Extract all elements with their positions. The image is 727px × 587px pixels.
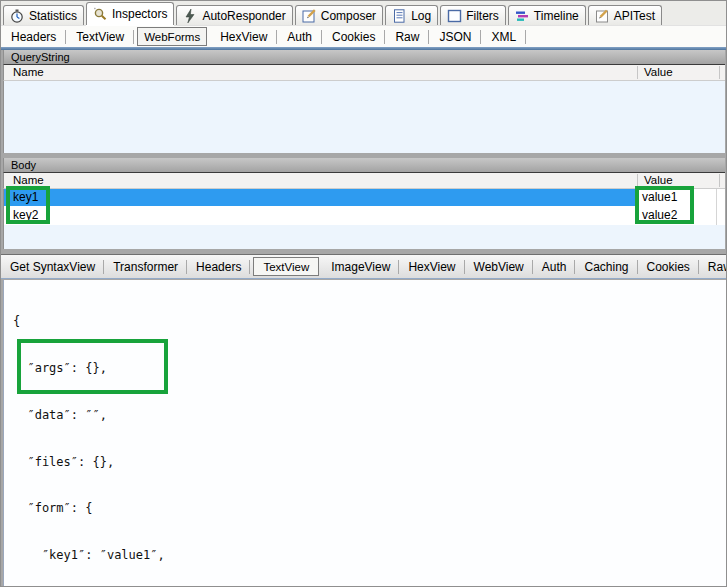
row-name-cell[interactable]: key1	[4, 189, 637, 206]
tab-label: Raw	[395, 30, 419, 44]
tab-label: Headers	[11, 30, 56, 44]
tab-label: Inspectors	[112, 7, 167, 21]
filter-checkbox-icon	[447, 9, 462, 23]
column-divider[interactable]	[637, 174, 638, 187]
response-tab-imageview[interactable]: ImageView	[322, 257, 399, 277]
response-tab-raw[interactable]: Raw	[699, 257, 727, 277]
response-tab-auth[interactable]: Auth	[533, 257, 576, 277]
log-document-icon	[392, 9, 407, 23]
body-list-empty[interactable]	[3, 225, 725, 249]
column-divider[interactable]	[719, 174, 720, 187]
json-line: ″form″: {	[13, 501, 727, 517]
request-tab-cookies[interactable]: Cookies	[322, 27, 385, 47]
value-column-gridline	[716, 189, 717, 225]
request-tab-textview[interactable]: TextView	[66, 27, 134, 47]
tab-label: Timeline	[534, 9, 579, 23]
timeline-bars-icon	[515, 9, 530, 23]
tab-label: TextView	[76, 30, 124, 44]
request-tab-auth[interactable]: Auth	[277, 27, 322, 47]
row-name-cell[interactable]: key2	[4, 207, 637, 224]
querystring-section-header: QueryString	[3, 50, 725, 65]
pencil-icon	[595, 9, 610, 23]
tab-label: Get SyntaxView	[10, 260, 95, 274]
response-inspector-tab-bar: Get SyntaxView Transformer Headers TextV…	[1, 254, 727, 279]
request-tab-headers[interactable]: Headers	[1, 27, 66, 47]
table-row[interactable]: key2 value2	[3, 207, 725, 225]
magnifier-icon	[93, 7, 108, 21]
column-value-header[interactable]: Value	[644, 173, 673, 188]
json-line: ″args″: {},	[13, 361, 727, 377]
tab-inspectors[interactable]: Inspectors	[86, 2, 174, 25]
tab-label: Raw	[708, 260, 727, 274]
request-tab-raw[interactable]: Raw	[385, 27, 429, 47]
column-divider[interactable]	[719, 66, 720, 79]
request-tab-hexview[interactable]: HexView	[210, 27, 277, 47]
tab-autoresponder[interactable]: AutoResponder	[176, 5, 292, 25]
tab-label: APITest	[614, 9, 655, 23]
compose-icon	[302, 9, 317, 23]
tab-label: WebView	[474, 260, 524, 274]
response-tab-headers[interactable]: Headers	[187, 257, 250, 277]
response-tab-transformer[interactable]: Transformer	[104, 257, 187, 277]
tab-label: JSON	[439, 30, 471, 44]
json-line: ″files″: {},	[13, 455, 727, 471]
tab-label: Auth	[542, 260, 567, 274]
row-value-cell[interactable]: value2	[637, 207, 719, 224]
tab-label: Composer	[321, 9, 376, 23]
column-name-header[interactable]: Name	[13, 173, 44, 188]
tab-label: Transformer	[113, 260, 178, 274]
json-line: {	[13, 314, 727, 330]
tab-label: TextView	[263, 261, 309, 273]
tab-timeline[interactable]: Timeline	[508, 5, 586, 25]
body-column-header: Name Value	[3, 173, 725, 189]
column-divider[interactable]	[637, 66, 638, 79]
tab-label: Cookies	[647, 260, 690, 274]
tab-label: Statistics	[29, 9, 77, 23]
row-value-cell[interactable]: value1	[637, 189, 719, 206]
request-tab-xml[interactable]: XML	[481, 27, 526, 47]
tab-label: Log	[411, 9, 431, 23]
tab-label: Cookies	[332, 30, 375, 44]
fiddler-window: Statistics Inspectors AutoResponder Comp…	[0, 0, 727, 587]
response-textview[interactable]: { ″args″: {}, ″data″: ″″, ″files″: {}, ″…	[3, 280, 727, 587]
response-tab-hexview[interactable]: HexView	[399, 257, 464, 277]
tab-composer[interactable]: Composer	[295, 5, 383, 25]
stopwatch-icon	[10, 9, 25, 23]
tab-label: HexView	[220, 30, 267, 44]
column-name-header[interactable]: Name	[13, 65, 44, 80]
tab-label: ImageView	[331, 260, 390, 274]
column-value-header[interactable]: Value	[644, 65, 673, 80]
response-tab-caching[interactable]: Caching	[575, 257, 637, 277]
tab-statistics[interactable]: Statistics	[3, 5, 84, 25]
querystring-list[interactable]	[3, 81, 725, 153]
json-line: ″key1″: ″value1″,	[13, 548, 727, 564]
tab-label: Caching	[584, 260, 628, 274]
response-tab-get-syntaxview[interactable]: Get SyntaxView	[1, 257, 104, 277]
tab-label: WebForms	[144, 31, 200, 43]
body-section-header: Body	[3, 158, 725, 173]
lightning-icon	[183, 9, 198, 23]
tab-label: AutoResponder	[202, 9, 285, 23]
request-inspector-tab-bar: Headers TextView WebForms HexView Auth C…	[1, 25, 727, 47]
main-tab-bar: Statistics Inspectors AutoResponder Comp…	[1, 1, 727, 25]
tab-apitest[interactable]: APITest	[588, 5, 662, 25]
request-tab-json[interactable]: JSON	[429, 27, 481, 47]
tab-label: Auth	[287, 30, 312, 44]
table-row[interactable]: key1 value1	[3, 189, 725, 207]
request-tab-webforms[interactable]: WebForms	[137, 27, 207, 46]
tab-label: Headers	[196, 260, 241, 274]
json-line: ″data″: ″″,	[13, 408, 727, 424]
response-tab-cookies[interactable]: Cookies	[638, 257, 699, 277]
tab-log[interactable]: Log	[385, 5, 438, 25]
tab-label: Filters	[466, 9, 499, 23]
response-tab-textview[interactable]: TextView	[253, 257, 319, 276]
tab-label: XML	[491, 30, 516, 44]
response-tab-webview[interactable]: WebView	[465, 257, 533, 277]
tab-filters[interactable]: Filters	[440, 5, 506, 25]
querystring-column-header: Name Value	[3, 65, 725, 81]
tab-label: HexView	[408, 260, 455, 274]
